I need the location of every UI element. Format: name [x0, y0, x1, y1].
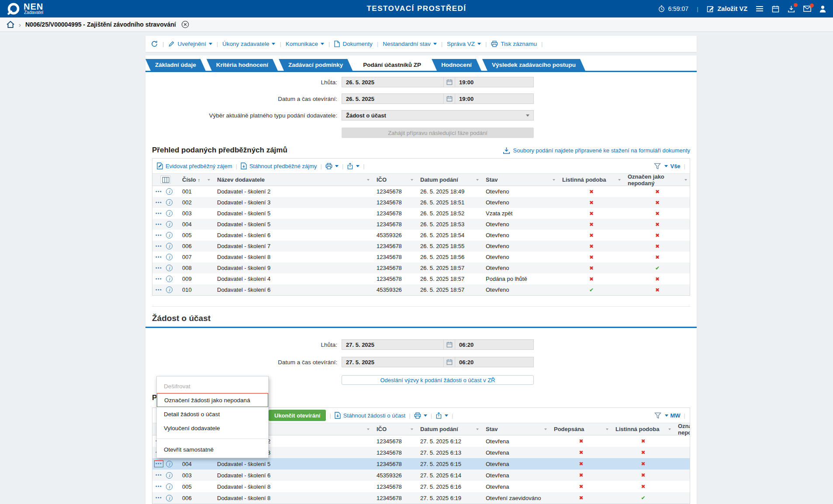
opening-date-value[interactable]: 26. 5. 2025 — [342, 96, 443, 102]
table-row[interactable]: •••i004Dodavatel - školení 51234567827. … — [152, 458, 690, 469]
row-menu-icon[interactable]: ••• — [156, 200, 162, 205]
tab-v-sledek-zad-vac-ho-postupu[interactable]: Výsledek zadávacího postupu — [482, 59, 585, 71]
row-info-icon[interactable]: i — [166, 243, 173, 249]
table-row[interactable]: •••i003Dodavatel - školení 64535932627. … — [152, 469, 690, 481]
finish-opening-button[interactable]: Ukončit otevírání — [269, 410, 326, 421]
column-header-status[interactable]: Stav — [482, 423, 550, 435]
column-header-paper_form[interactable]: Listinná podoba — [559, 174, 624, 186]
create-vz-button[interactable]: Založit VZ — [707, 5, 747, 13]
column-settings-icon[interactable] — [160, 176, 171, 184]
row-menu-icon[interactable]: ••• — [156, 255, 162, 259]
row-info-icon[interactable]: i — [166, 210, 173, 217]
filter-caret-icon[interactable] — [411, 179, 413, 181]
column-header-submitted[interactable]: Datum podání — [417, 423, 482, 435]
filter-caret-icon[interactable] — [367, 179, 370, 181]
table-row[interactable]: •••i004Dodavatel - školení 51234567826. … — [152, 219, 690, 230]
row-info-icon[interactable]: i — [166, 461, 173, 467]
filter-icon[interactable] — [654, 412, 661, 419]
context-menu-item-detail-dosti-o-ast[interactable]: Detail žádosti o účast — [157, 407, 268, 421]
row-menu-icon[interactable]: ••• — [156, 496, 162, 500]
row-menu-icon[interactable]: ••• — [156, 266, 162, 270]
column-header-paper_form[interactable]: Listinná podoba — [612, 423, 674, 435]
column-header-supplier[interactable]: Název dodavatele — [214, 174, 373, 186]
table-row[interactable]: •••i002Dodavatel - školení 31234567826. … — [152, 197, 690, 208]
table-row[interactable]: •••i003Dodavatel - školení 51234567826. … — [152, 208, 690, 219]
filter-caret-icon[interactable] — [606, 428, 608, 430]
submission-type-select[interactable]: Žádost o účast — [342, 110, 534, 121]
opening-time-value[interactable]: 19:00 — [455, 94, 533, 104]
download-interests-button[interactable]: Stáhnout předběžné zájmy — [241, 162, 317, 169]
calendar-icon[interactable] — [443, 340, 455, 349]
opening-field[interactable]: 26. 5. 2025 19:00 — [342, 93, 534, 104]
filter-caret-icon[interactable] — [476, 428, 479, 430]
view-selector[interactable]: MW — [665, 412, 681, 419]
table-row[interactable]: •••i007Dodavatel - školení 81234567826. … — [152, 252, 690, 262]
print-button[interactable] — [414, 412, 427, 419]
user-icon[interactable] — [819, 5, 826, 13]
undo-icon[interactable] — [151, 40, 158, 48]
column-header-actions[interactable] — [152, 174, 179, 186]
column-header-marked_not_submitted[interactable]: Označen jako nepodaný — [674, 423, 690, 435]
row-menu-icon[interactable]: ••• — [156, 288, 162, 292]
download-requests-button[interactable]: Stáhnout žádosti o účast — [335, 412, 405, 419]
column-header-marked_not_submitted[interactable]: Označen jako nepodaný — [624, 174, 690, 186]
deadline-time-value[interactable]: 19:00 — [455, 77, 533, 87]
send-request-button[interactable]: Odeslání výzvy k podání žádosti o účast … — [342, 375, 534, 385]
action-komunikace[interactable]: Komunikace — [286, 41, 324, 47]
calendar-icon[interactable] — [443, 77, 455, 87]
home-icon[interactable] — [7, 21, 14, 28]
column-header-num[interactable]: Číslo↑ — [179, 174, 214, 186]
row-info-icon[interactable]: i — [166, 483, 173, 490]
calendar-icon[interactable] — [772, 5, 779, 13]
tab-z-kladn-daje[interactable]: Základní údaje — [145, 59, 206, 71]
filter-caret-icon[interactable] — [411, 428, 413, 430]
row-info-icon[interactable]: i — [166, 188, 173, 195]
table-row[interactable]: •••i009Dodavatel - školení 41234567826. … — [152, 273, 690, 284]
filter-caret-icon[interactable] — [476, 179, 479, 181]
close-record-icon[interactable] — [181, 21, 189, 28]
deadline-date-value[interactable]: 27. 5. 2025 — [342, 342, 443, 348]
table-row[interactable]: •••i005Dodavatel - školení 81234567827. … — [152, 481, 690, 492]
context-menu-item-vylou-en-dodavatele[interactable]: Vyloučení dodavatele — [157, 421, 268, 435]
deadline-date-value[interactable]: 26. 5. 2025 — [342, 79, 443, 86]
row-menu-icon[interactable]: ••• — [156, 211, 162, 216]
table-row[interactable]: •••i001Dodavatel - školení 21234567826. … — [152, 186, 690, 197]
deadline-time-value[interactable]: 06:20 — [455, 340, 533, 349]
action-kony-zadavatele[interactable]: Úkony zadavatele — [222, 41, 275, 47]
row-info-icon[interactable]: i — [166, 254, 173, 260]
print-button[interactable] — [325, 163, 339, 169]
tab-pod-n-astn-k-zp[interactable]: Podání účastníků ZP — [353, 59, 431, 71]
filter-caret-icon[interactable] — [618, 179, 621, 181]
row-info-icon[interactable]: i — [166, 276, 173, 282]
filter-caret-icon[interactable] — [207, 179, 210, 181]
action-dokumenty[interactable]: Dokumenty — [334, 41, 372, 47]
opening-field[interactable]: 27. 5. 2025 06:20 — [342, 357, 534, 367]
export-button[interactable] — [436, 412, 448, 419]
table-row[interactable]: •••i006Dodavatel - školení 81234567827. … — [152, 492, 690, 504]
row-info-icon[interactable]: i — [166, 287, 173, 293]
menu-icon[interactable] — [756, 6, 764, 12]
column-header-ico[interactable]: IČO — [373, 423, 417, 435]
messages-icon[interactable] — [803, 6, 811, 12]
table-row[interactable]: •••i005Dodavatel - školení 64535932626. … — [152, 230, 690, 241]
action-uve-ejn-n[interactable]: Uveřejnění — [168, 41, 212, 47]
table-row[interactable]: •••i006Dodavatel - školení 71234567826. … — [152, 241, 690, 252]
table-row[interactable]: •••i008Dodavatel - školení 91234567826. … — [152, 262, 690, 273]
context-menu-item-otev-t-samostatn[interactable]: Otevřít samostatně — [157, 442, 268, 456]
column-header-ico[interactable]: IČO — [373, 174, 417, 186]
column-header-status[interactable]: Stav — [482, 174, 559, 186]
row-menu-icon[interactable]: ••• — [156, 277, 162, 281]
column-header-submitted[interactable]: Datum podání — [417, 174, 482, 186]
deadline-field[interactable]: 27. 5. 2025 06:20 — [342, 339, 534, 350]
action-spr-va-vz[interactable]: Správa VZ — [447, 41, 481, 47]
action-tisk-z-znamu[interactable]: Tisk záznamu — [491, 41, 537, 47]
context-menu-item-ozna-en-dosti-jako-nepodan[interactable]: Označení žádosti jako nepodaná — [157, 393, 268, 407]
row-info-icon[interactable]: i — [166, 265, 173, 271]
row-menu-icon[interactable]: ••• — [156, 484, 162, 489]
action-nestandardn-stav[interactable]: Nestandardní stav — [383, 41, 437, 47]
row-menu-icon[interactable]: ••• — [156, 190, 162, 194]
row-menu-icon[interactable]: ••• — [156, 473, 162, 477]
row-info-icon[interactable]: i — [166, 472, 173, 479]
deadline-field[interactable]: 26. 5. 2025 19:00 — [342, 77, 534, 87]
register-interest-button[interactable]: Evidovat předběžný zájem — [157, 162, 232, 169]
